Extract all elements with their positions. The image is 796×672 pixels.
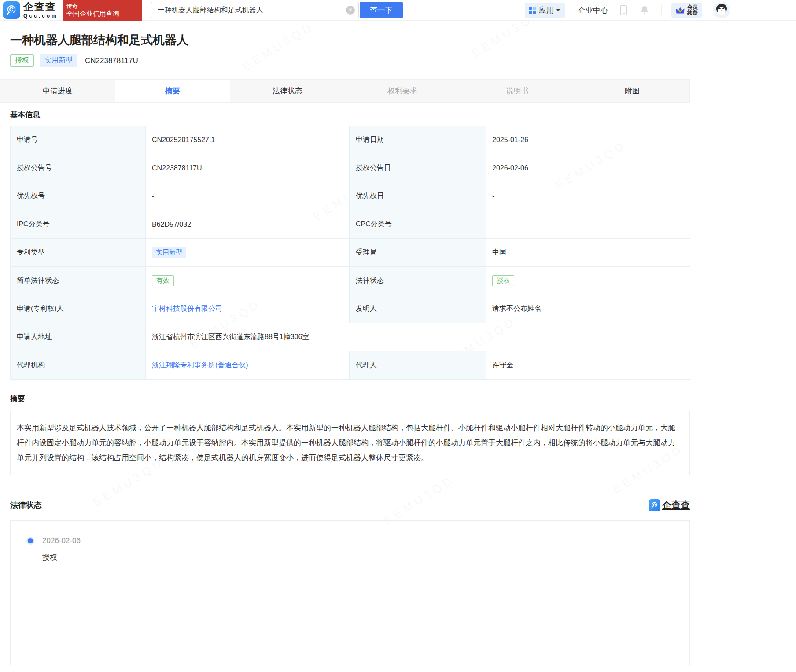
mobile-app-button[interactable] (620, 5, 627, 15)
agency-link[interactable]: 浙江翔隆专利事务所(普通合伙) (152, 361, 248, 369)
qcc-logo[interactable]: 企查查 Qcc.com (3, 1, 58, 19)
table-row: 授权公告号 CN223878117U 授权公告日 2026-02-06 (11, 154, 690, 182)
field-label: 代理人 (350, 351, 486, 380)
brand-ribbon: 传奇 全国企业信用查询 (63, 0, 142, 21)
field-label: 简单法律状态 (11, 267, 146, 295)
notifications-button[interactable] (639, 5, 650, 15)
field-label: IPC分类号 (11, 210, 146, 239)
field-label: 受理局 (350, 239, 486, 267)
detail-tabs: 申请进度 摘要 法律状态 权利要求 说明书 附图 (0, 79, 690, 103)
apps-grid-icon (529, 7, 536, 14)
enterprise-center-link[interactable]: 企业中心 (578, 5, 608, 15)
publication-number: CN223878117U (85, 56, 138, 65)
qcc-brand-mark[interactable]: 企查查 (649, 499, 690, 511)
field-value: - (486, 182, 690, 210)
table-row: 申请(专利权)人 宇树科技股份有限公司 发明人 请求不公布姓名 (11, 295, 690, 323)
applicant-company-link[interactable]: 宇树科技股份有限公司 (152, 305, 222, 312)
phone-icon (620, 5, 627, 15)
field-label: 法律状态 (350, 267, 486, 295)
legal-status-heading: 法律状态 (10, 500, 42, 510)
clear-search-icon[interactable]: ✕ (346, 6, 355, 15)
field-value: 2026-02-06 (486, 154, 690, 182)
header-right-nav: 应用 企业中心 会员 续费 (525, 2, 730, 18)
qcc-mini-icon (649, 499, 660, 511)
field-value: 浙江省杭州市滨江区西兴街道东流路88号1幢306室 (146, 323, 690, 351)
table-row: IPC分类号 B62D57/032 CPC分类号 - (11, 210, 690, 239)
field-value: 宇树科技股份有限公司 (146, 295, 350, 323)
table-row: 申请人地址 浙江省杭州市滨江区西兴街道东流路88号1幢306室 (11, 323, 690, 351)
timeline-dot-icon (28, 538, 33, 543)
patent-badges: 授权 实用新型 CN223878117U (10, 54, 690, 67)
page-title: 一种机器人腿部结构和足式机器人 (10, 32, 690, 48)
timeline-item: 2026-02-06 授权 (28, 536, 81, 562)
field-value: 授权 (486, 267, 690, 295)
field-label: 申请(专利权)人 (11, 295, 146, 323)
tab-legal-status[interactable]: 法律状态 (230, 79, 345, 102)
abstract-heading: 摘要 (10, 394, 690, 404)
field-label: 授权公告日 (350, 154, 486, 182)
legal-status-tag: 授权 (492, 275, 514, 286)
tab-claims[interactable]: 权利要求 (345, 79, 460, 102)
qcc-logo-text: 企查查 Qcc.com (23, 2, 58, 18)
field-value: 实用新型 (146, 239, 350, 267)
brand-name: 企查查 (23, 2, 58, 12)
table-row: 简单法律状态 有效 法律状态 授权 (11, 267, 690, 295)
table-row: 专利类型 实用新型 受理局 中国 (11, 239, 690, 267)
field-value: 有效 (146, 267, 350, 295)
field-label: 专利类型 (11, 239, 146, 267)
top-header: 企查查 Qcc.com 传奇 全国企业信用查询 ✕ 查一下 应用 企业中心 (0, 0, 796, 21)
field-label: 申请日期 (350, 126, 486, 154)
apps-menu-button[interactable]: 应用 (525, 3, 565, 18)
timeline-status: 授权 (42, 552, 81, 562)
header-divider (661, 5, 662, 15)
patent-type-tag[interactable]: 实用新型 (152, 247, 186, 258)
field-label: CPC分类号 (350, 210, 486, 239)
table-row: 优先权号 - 优先权日 - (11, 182, 690, 210)
qcc-brand-text: 企查查 (662, 499, 690, 511)
apps-label: 应用 (539, 5, 554, 15)
legal-status-timeline: 2026-02-06 授权 (10, 520, 690, 665)
bell-icon (639, 5, 650, 15)
basic-info-table: 申请号 CN202520175527.1 申请日期 2025-01-26 授权公… (10, 126, 690, 380)
tab-description[interactable]: 说明书 (460, 79, 575, 102)
patent-type-badge[interactable]: 实用新型 (40, 54, 77, 67)
legal-status-header: 法律状态 企查查 (10, 499, 690, 511)
chevron-down-icon (556, 9, 560, 11)
ribbon-line1: 传奇 (66, 3, 138, 10)
brand-domain: Qcc.com (23, 13, 58, 18)
field-value: CN202520175527.1 (146, 126, 350, 154)
field-value: - (486, 210, 690, 239)
field-value: 请求不公布姓名 (486, 295, 690, 323)
field-value: 浙江翔隆专利事务所(普通合伙) (146, 351, 350, 380)
field-value: B62D57/032 (146, 210, 350, 239)
field-value: 许守金 (486, 351, 690, 380)
status-badge: 授权 (10, 54, 34, 67)
field-label: 申请人地址 (11, 323, 146, 351)
crown-icon (675, 6, 685, 15)
table-row: 申请号 CN202520175527.1 申请日期 2025-01-26 (11, 126, 690, 154)
patent-detail-page: 一种机器人腿部结构和足式机器人 授权 实用新型 CN223878117U 申请进… (0, 32, 690, 665)
basic-info-heading: 基本信息 (10, 110, 690, 120)
field-value: CN223878117U (146, 154, 350, 182)
field-label: 申请号 (11, 126, 146, 154)
field-label: 优先权号 (11, 182, 146, 210)
search-input[interactable] (151, 2, 359, 18)
tab-application-progress[interactable]: 申请进度 (0, 79, 115, 102)
user-avatar[interactable] (713, 2, 730, 18)
field-label: 发明人 (350, 295, 486, 323)
penguin-avatar-icon (714, 2, 730, 18)
field-value: 2025-01-26 (486, 126, 690, 154)
qcc-logo-icon (3, 1, 20, 19)
tab-drawings[interactable]: 附图 (575, 79, 690, 102)
field-label: 代理机构 (11, 351, 146, 380)
tab-abstract[interactable]: 摘要 (115, 79, 230, 102)
simple-legal-status-tag: 有效 (152, 275, 174, 286)
membership-label: 会员 续费 (687, 4, 698, 16)
search-button[interactable]: 查一下 (360, 2, 403, 18)
abstract-text: 本实用新型涉及足式机器人技术领域，公开了一种机器人腿部结构和足式机器人。本实用新… (10, 411, 690, 475)
field-value: - (146, 182, 350, 210)
membership-renew-button[interactable]: 会员 续费 (671, 3, 702, 18)
table-row: 代理机构 浙江翔隆专利事务所(普通合伙) 代理人 许守金 (11, 351, 690, 380)
field-label: 授权公告号 (11, 154, 146, 182)
ribbon-line2: 全国企业信用查询 (66, 10, 138, 18)
